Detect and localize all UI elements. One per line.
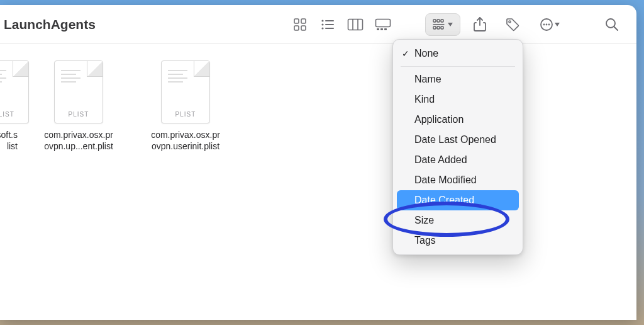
grid-icon [293, 18, 307, 31]
menu-item-kind[interactable]: Kind [397, 89, 519, 110]
gallery-view-button[interactable] [370, 13, 396, 36]
svg-rect-10 [348, 19, 363, 30]
svg-point-4 [321, 20, 323, 21]
chevron-down-icon [448, 23, 453, 26]
toolbar: LaunchAgents [0, 5, 636, 44]
menu-item-none[interactable]: ✓ None [397, 43, 519, 64]
checkmark-icon: ✓ [402, 49, 409, 58]
gallery-icon [375, 18, 391, 31]
svg-line-30 [614, 26, 618, 30]
menu-item-size[interactable]: Size [397, 210, 519, 231]
file-item[interactable]: PLIST com.privax.osx.pr ovpn.up...ent.pl… [30, 60, 127, 152]
svg-point-8 [321, 27, 323, 29]
view-mode-group [287, 13, 396, 36]
menu-item-label: Date Added [414, 154, 467, 166]
menu-item-label: Tags [414, 235, 436, 246]
search-button[interactable] [599, 13, 625, 36]
svg-rect-14 [377, 28, 379, 30]
menu-item-name[interactable]: Name [397, 69, 519, 89]
svg-rect-22 [437, 26, 440, 29]
svg-rect-5 [325, 20, 334, 21]
chevron-down-icon [555, 23, 560, 26]
file-browser-content[interactable]: PLIST soft.s list PLIST com.privax.osx.p… [0, 44, 636, 320]
plist-file-icon: PLIST [161, 60, 210, 123]
menu-item-label: Size [414, 215, 434, 226]
menu-item-label: Date Created [414, 195, 474, 206]
list-icon [320, 18, 335, 31]
svg-rect-2 [294, 26, 299, 30]
share-icon [474, 17, 486, 32]
menu-item-label: Date Modified [414, 174, 477, 186]
menu-item-tags[interactable]: Tags [397, 231, 519, 251]
icon-view-button[interactable] [287, 13, 313, 36]
group-by-menu: ✓ None Name Kind Application Date Last O… [392, 39, 523, 255]
svg-rect-0 [294, 19, 299, 23]
menu-item-label: Date Last Opened [414, 134, 496, 145]
plist-file-icon: PLIST [54, 60, 103, 123]
column-view-button[interactable] [342, 13, 369, 36]
menu-item-date-created[interactable]: Date Created [397, 190, 519, 210]
svg-point-6 [321, 23, 323, 25]
menu-item-date-modified[interactable]: Date Modified [397, 170, 519, 190]
menu-item-date-last-opened[interactable]: Date Last Opened [397, 130, 519, 150]
svg-point-27 [546, 23, 548, 25]
svg-rect-9 [325, 28, 334, 29]
menu-item-date-added[interactable]: Date Added [397, 150, 519, 170]
file-item[interactable]: PLIST com.privax.osx.pr ovpn.userinit.pl… [137, 60, 234, 152]
file-grid: PLIST soft.s list PLIST com.privax.osx.p… [0, 44, 636, 152]
group-icon [433, 19, 447, 30]
svg-point-24 [509, 20, 511, 22]
group-by-button[interactable] [425, 13, 460, 36]
svg-point-28 [548, 23, 550, 25]
action-menu-button[interactable] [532, 13, 567, 36]
tag-icon [505, 17, 520, 32]
finder-window: LaunchAgents [0, 5, 636, 320]
svg-rect-21 [433, 26, 436, 29]
file-name-label: com.privax.osx.pr ovpn.up...ent.plist [30, 130, 127, 152]
ellipsis-circle-icon [540, 18, 553, 31]
menu-item-label: None [414, 48, 438, 59]
svg-rect-16 [384, 28, 387, 30]
menu-item-label: Application [414, 114, 464, 125]
svg-point-26 [543, 23, 545, 25]
file-name-label: soft.s list [0, 130, 20, 152]
svg-rect-18 [437, 20, 440, 22]
svg-rect-19 [441, 20, 443, 22]
svg-rect-13 [376, 19, 391, 26]
svg-rect-23 [441, 26, 443, 29]
menu-separator [401, 66, 515, 67]
svg-rect-1 [301, 19, 306, 23]
tags-button[interactable] [499, 13, 526, 36]
svg-rect-15 [380, 28, 383, 30]
menu-item-label: Kind [414, 94, 435, 105]
search-icon [605, 18, 619, 31]
svg-rect-3 [301, 26, 306, 30]
svg-rect-7 [325, 24, 334, 25]
menu-item-label: Name [414, 74, 441, 85]
file-item[interactable]: PLIST soft.s list [0, 60, 20, 152]
share-button[interactable] [467, 13, 493, 36]
menu-item-application[interactable]: Application [397, 110, 519, 130]
window-title: LaunchAgents [4, 17, 96, 32]
list-view-button[interactable] [314, 13, 341, 36]
file-name-label: com.privax.osx.pr ovpn.userinit.plist [137, 130, 234, 152]
svg-rect-17 [433, 20, 436, 22]
plist-file-icon: PLIST [0, 60, 29, 123]
columns-icon [347, 18, 364, 31]
